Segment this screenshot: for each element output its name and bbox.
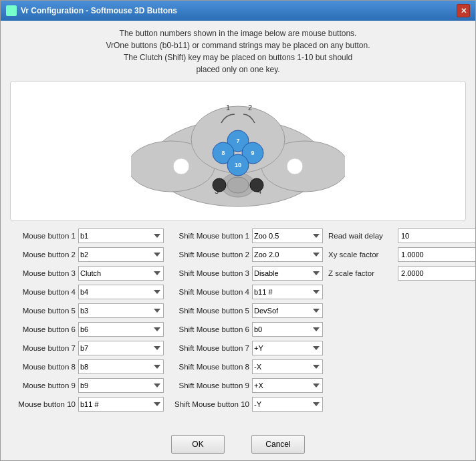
setting-label-2: Xy scale factor <box>328 251 395 259</box>
svg-point-6 <box>227 177 249 193</box>
shift-button-select-4[interactable]: Zoo 0.5Zoo 2.0Disableb11 #DevSofb0+Y-X+X… <box>252 285 323 299</box>
shift-button-select-10[interactable]: Zoo 0.5Zoo 2.0Disableb11 #DevSofb0+Y-X+X… <box>252 397 323 412</box>
mouse-button-select-5[interactable]: b0b1b2b3b4b5b6b7b8b9b10b11b11 #ClutchDis… <box>78 303 164 318</box>
mouse-image: 1 2 5 6 3 4 7 8 <box>10 81 466 221</box>
mouse-button-label-6: Mouse button 6 <box>10 325 76 333</box>
mouse-button-label-10: Mouse button 10 <box>10 400 76 408</box>
mouse-button-select-8[interactable]: b0b1b2b3b4b5b6b7b8b9b10b11b11 #ClutchDis… <box>78 359 164 374</box>
shift-button-row-7: Shift Mouse button 7Zoo 0.5Zoo 2.0Disabl… <box>169 340 323 356</box>
shift-button-select-8[interactable]: Zoo 0.5Zoo 2.0Disableb11 #DevSofb0+Y-X+X… <box>252 359 323 374</box>
shift-button-select-3[interactable]: Zoo 0.5Zoo 2.0Disableb11 #DevSofb0+Y-X+X… <box>252 266 323 281</box>
shift-button-label-2: Shift Mouse button 2 <box>169 251 249 259</box>
setting-input-3[interactable] <box>398 266 475 281</box>
shift-button-row-1: Shift Mouse button 1Zoo 0.5Zoo 2.0Disabl… <box>169 228 323 244</box>
mouse-button-select-7[interactable]: b0b1b2b3b4b5b6b7b8b9b10b11b11 #ClutchDis… <box>78 341 164 355</box>
right-column: Read wait delayXy scale factorZ scale fa… <box>328 228 475 430</box>
mouse-button-row-7: Mouse button 7b0b1b2b3b4b5b6b7b8b9b10b11… <box>10 340 164 356</box>
shift-button-row-2: Shift Mouse button 2Zoo 0.5Zoo 2.0Disabl… <box>169 247 323 263</box>
mouse-button-row-4: Mouse button 4b0b1b2b3b4b5b6b7b8b9b10b11… <box>10 284 164 300</box>
mouse-button-label-3: Mouse button 3 <box>10 269 76 277</box>
shift-button-label-5: Shift Mouse button 5 <box>169 307 249 315</box>
shift-button-label-7: Shift Mouse button 7 <box>169 344 249 352</box>
description-text: The button numbers shown in the image be… <box>10 27 466 75</box>
setting-input-2[interactable] <box>398 247 475 262</box>
setting-label-3: Z scale factor <box>328 269 395 277</box>
mouse-button-select-3[interactable]: b0b1b2b3b4b5b6b7b8b9b10b11b11 #ClutchDis… <box>78 266 164 281</box>
window-title: Vr Configuration - Softmouse 3D Buttons <box>21 6 457 15</box>
desc-line4: placed only on one key. <box>10 63 466 75</box>
left-column: Mouse button 1b0b1b2b3b4b5b6b7b8b9b10b11… <box>10 228 164 430</box>
shift-button-label-1: Shift Mouse button 1 <box>169 232 249 240</box>
mouse-button-select-9[interactable]: b0b1b2b3b4b5b6b7b8b9b10b11b11 #ClutchDis… <box>78 378 164 393</box>
ok-button[interactable]: OK <box>171 435 225 454</box>
mouse-button-row-2: Mouse button 2b0b1b2b3b4b5b6b7b8b9b10b11… <box>10 247 164 263</box>
svg-point-21 <box>213 178 226 192</box>
svg-text:1: 1 <box>226 104 230 112</box>
setting-label-1: Read wait delay <box>328 232 395 240</box>
close-button[interactable]: ✕ <box>457 4 470 17</box>
setting-row-2: Xy scale factor <box>328 247 475 263</box>
dialog-buttons: OK Cancel <box>10 435 466 454</box>
shift-button-label-4: Shift Mouse button 4 <box>169 288 249 296</box>
shift-button-select-7[interactable]: Zoo 0.5Zoo 2.0Disableb11 #DevSofb0+Y-X+X… <box>252 341 323 355</box>
mouse-button-label-2: Mouse button 2 <box>10 251 76 259</box>
svg-rect-0 <box>8 7 15 14</box>
mouse-button-select-1[interactable]: b0b1b2b3b4b5b6b7b8b9b10b11b11 #ClutchDis… <box>78 228 164 243</box>
content-area: The button numbers shown in the image be… <box>1 21 475 460</box>
desc-line1: The button numbers shown in the image be… <box>10 27 466 39</box>
setting-row-1: Read wait delay <box>328 228 475 244</box>
mouse-button-label-4: Mouse button 4 <box>10 288 76 296</box>
shift-button-row-3: Shift Mouse button 3Zoo 0.5Zoo 2.0Disabl… <box>169 265 323 281</box>
shift-button-label-10: Shift Mouse button 10 <box>169 400 249 408</box>
mouse-button-row-5: Mouse button 5b0b1b2b3b4b5b6b7b8b9b10b11… <box>10 303 164 319</box>
cancel-button[interactable]: Cancel <box>251 435 305 454</box>
shift-button-row-8: Shift Mouse button 8Zoo 0.5Zoo 2.0Disabl… <box>169 359 323 375</box>
mouse-button-label-1: Mouse button 1 <box>10 232 76 240</box>
mouse-button-label-5: Mouse button 5 <box>10 307 76 315</box>
shift-button-select-1[interactable]: Zoo 0.5Zoo 2.0Disableb11 #DevSofb0+Y-X+X… <box>252 228 323 243</box>
shift-button-row-6: Shift Mouse button 6Zoo 0.5Zoo 2.0Disabl… <box>169 321 323 337</box>
mouse-button-select-4[interactable]: b0b1b2b3b4b5b6b7b8b9b10b11b11 #ClutchDis… <box>78 285 164 299</box>
mouse-button-select-6[interactable]: b0b1b2b3b4b5b6b7b8b9b10b11b11 #ClutchDis… <box>78 322 164 337</box>
shift-button-select-2[interactable]: Zoo 0.5Zoo 2.0Disableb11 #DevSofb0+Y-X+X… <box>252 247 323 262</box>
shift-button-row-4: Shift Mouse button 4Zoo 0.5Zoo 2.0Disabl… <box>169 284 323 300</box>
main-window: Vr Configuration - Softmouse 3D Buttons … <box>0 0 476 461</box>
shift-button-label-9: Shift Mouse button 9 <box>169 381 249 390</box>
desc-line3: The Clutch (Shift) key may be placed on … <box>10 51 466 63</box>
shift-button-label-6: Shift Mouse button 6 <box>169 325 249 333</box>
mouse-button-select-10[interactable]: b0b1b2b3b4b5b6b7b8b9b10b11b11 #ClutchDis… <box>78 397 164 412</box>
shift-button-label-3: Shift Mouse button 3 <box>169 269 249 277</box>
shift-button-row-5: Shift Mouse button 5Zoo 0.5Zoo 2.0Disabl… <box>169 303 323 319</box>
title-bar: Vr Configuration - Softmouse 3D Buttons … <box>1 1 475 21</box>
desc-line2: VrOne buttons (b0-b11) or command string… <box>10 39 466 51</box>
mouse-button-row-8: Mouse button 8b0b1b2b3b4b5b6b7b8b9b10b11… <box>10 359 164 375</box>
mouse-button-row-6: Mouse button 6b0b1b2b3b4b5b6b7b8b9b10b11… <box>10 321 164 337</box>
mouse-button-row-1: Mouse button 1b0b1b2b3b4b5b6b7b8b9b10b11… <box>10 228 164 244</box>
mouse-button-label-9: Mouse button 9 <box>10 381 76 390</box>
mouse-button-label-7: Mouse button 7 <box>10 344 76 352</box>
svg-point-23 <box>173 158 189 174</box>
shift-button-select-5[interactable]: Zoo 0.5Zoo 2.0Disableb11 #DevSofb0+Y-X+X… <box>252 303 323 318</box>
svg-point-19 <box>227 154 249 176</box>
shift-button-select-6[interactable]: Zoo 0.5Zoo 2.0Disableb11 #DevSofb0+Y-X+X… <box>252 322 323 337</box>
mouse-button-select-2[interactable]: b0b1b2b3b4b5b6b7b8b9b10b11b11 #ClutchDis… <box>78 247 164 262</box>
window-icon <box>6 5 17 16</box>
shift-button-select-9[interactable]: Zoo 0.5Zoo 2.0Disableb11 #DevSofb0+Y-X+X… <box>252 378 323 393</box>
setting-row-3: Z scale factor <box>328 265 475 281</box>
center-column: Shift Mouse button 1Zoo 0.5Zoo 2.0Disabl… <box>169 228 323 430</box>
svg-point-22 <box>250 178 263 192</box>
shift-button-row-9: Shift Mouse button 9Zoo 0.5Zoo 2.0Disabl… <box>169 377 323 394</box>
setting-input-1[interactable] <box>398 228 475 243</box>
shift-button-label-8: Shift Mouse button 8 <box>169 363 249 371</box>
shift-button-row-10: Shift Mouse button 10Zoo 0.5Zoo 2.0Disab… <box>169 396 323 412</box>
mouse-button-label-8: Mouse button 8 <box>10 363 76 371</box>
config-section: Mouse button 1b0b1b2b3b4b5b6b7b8b9b10b11… <box>10 228 466 430</box>
mouse-button-row-3: Mouse button 3b0b1b2b3b4b5b6b7b8b9b10b11… <box>10 265 164 281</box>
mouse-button-row-9: Mouse button 9b0b1b2b3b4b5b6b7b8b9b10b11… <box>10 377 164 394</box>
svg-point-24 <box>287 158 303 174</box>
mouse-button-row-10: Mouse button 10b0b1b2b3b4b5b6b7b8b9b10b1… <box>10 396 164 412</box>
svg-text:2: 2 <box>248 104 252 112</box>
